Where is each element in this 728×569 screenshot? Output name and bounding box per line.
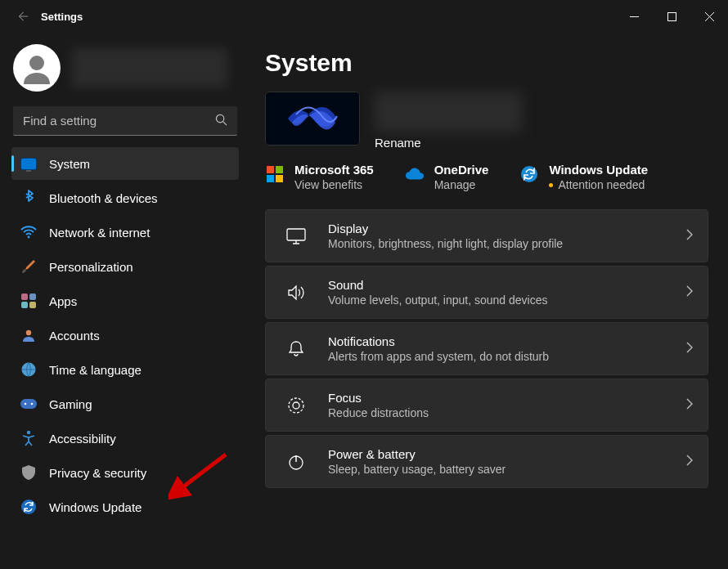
nav-list: System Bluetooth & devices Network & int… xyxy=(11,147,239,523)
search-box[interactable] xyxy=(13,106,237,136)
sidebar-item-accounts[interactable]: Accounts xyxy=(11,319,239,352)
accounts-icon xyxy=(20,326,38,344)
svg-rect-17 xyxy=(287,229,305,240)
svg-rect-6 xyxy=(20,399,37,409)
service-subtitle: View benefits xyxy=(294,178,374,191)
bluetooth-icon xyxy=(20,189,38,207)
onedrive-icon xyxy=(405,164,425,184)
service-title: OneDrive xyxy=(434,163,489,177)
sidebar-item-label: System xyxy=(49,157,90,171)
sidebar-item-label: Privacy & security xyxy=(49,466,146,480)
card-subtitle: Sleep, battery usage, battery saver xyxy=(328,463,686,476)
update-icon xyxy=(519,164,539,184)
sidebar-item-time-language[interactable]: Time & language xyxy=(11,353,239,386)
service-title: Windows Update xyxy=(549,163,648,177)
card-subtitle: Alerts from apps and system, do not dist… xyxy=(328,350,686,363)
card-title: Power & battery xyxy=(328,447,686,461)
card-title: Notifications xyxy=(328,334,686,348)
sidebar-item-bluetooth[interactable]: Bluetooth & devices xyxy=(11,181,239,214)
close-button[interactable] xyxy=(690,0,728,33)
service-title: Microsoft 365 xyxy=(294,163,374,177)
sidebar-item-label: Network & internet xyxy=(49,226,150,240)
svg-rect-0 xyxy=(667,12,676,20)
svg-point-7 xyxy=(25,403,27,405)
svg-point-9 xyxy=(27,431,30,434)
m365-icon xyxy=(265,164,285,184)
svg-point-19 xyxy=(293,402,299,409)
back-button[interactable] xyxy=(13,7,31,25)
svg-rect-12 xyxy=(267,166,274,173)
chevron-right-icon xyxy=(686,229,693,243)
device-thumbnail[interactable] xyxy=(265,92,360,146)
card-subtitle: Reduce distractions xyxy=(328,406,686,419)
service-subtitle: Manage xyxy=(434,178,489,191)
svg-point-16 xyxy=(521,166,537,182)
titlebar: Settings xyxy=(0,0,728,33)
service-windows-update[interactable]: Windows Update Attention needed xyxy=(519,163,648,191)
card-notifications[interactable]: Notifications Alerts from apps and syste… xyxy=(265,322,708,375)
svg-rect-13 xyxy=(276,166,283,173)
sidebar-item-apps[interactable]: Apps xyxy=(11,284,239,317)
gaming-icon xyxy=(20,395,38,413)
apps-icon xyxy=(20,292,38,310)
svg-rect-14 xyxy=(267,175,274,182)
sidebar-item-windows-update[interactable]: Windows Update xyxy=(11,491,239,523)
search-input[interactable] xyxy=(23,114,215,128)
focus-icon xyxy=(284,393,308,418)
chevron-right-icon xyxy=(686,342,693,356)
sidebar-item-network[interactable]: Network & internet xyxy=(11,216,239,249)
sidebar-item-label: Personalization xyxy=(49,260,133,274)
window-title: Settings xyxy=(41,11,83,23)
card-title: Focus xyxy=(328,391,686,405)
profile-name-redacted xyxy=(72,48,227,87)
sidebar-item-label: Windows Update xyxy=(49,500,142,514)
bell-icon xyxy=(284,337,308,361)
power-icon xyxy=(284,450,308,474)
device-name-redacted xyxy=(375,92,522,132)
system-icon xyxy=(20,155,38,172)
sidebar-item-accessibility[interactable]: Accessibility xyxy=(11,422,239,455)
card-display[interactable]: Display Monitors, brightness, night ligh… xyxy=(265,209,708,262)
avatar xyxy=(13,44,61,92)
svg-rect-15 xyxy=(276,175,283,182)
minimize-button[interactable] xyxy=(615,0,653,33)
svg-point-8 xyxy=(31,403,34,405)
card-power[interactable]: Power & battery Sleep, battery usage, ba… xyxy=(265,435,708,488)
card-subtitle: Volume levels, output, input, sound devi… xyxy=(328,293,686,307)
sidebar: System Bluetooth & devices Network & int… xyxy=(0,33,245,569)
maximize-button[interactable] xyxy=(653,0,690,33)
svg-point-2 xyxy=(216,114,223,122)
sidebar-item-label: Gaming xyxy=(49,397,92,411)
card-title: Sound xyxy=(328,278,686,292)
card-focus[interactable]: Focus Reduce distractions xyxy=(265,379,708,432)
card-subtitle: Monitors, brightness, night light, displ… xyxy=(328,237,686,250)
globe-icon xyxy=(20,361,38,379)
svg-point-10 xyxy=(21,500,36,514)
service-m365[interactable]: Microsoft 365 View benefits xyxy=(265,163,374,191)
attention-dot-icon xyxy=(549,183,553,187)
wifi-icon xyxy=(20,223,38,241)
brush-icon xyxy=(20,258,38,276)
accessibility-icon xyxy=(20,429,38,447)
sidebar-item-system[interactable]: System xyxy=(11,147,239,180)
sidebar-item-label: Time & language xyxy=(49,363,142,377)
chevron-right-icon xyxy=(686,398,693,412)
chevron-right-icon xyxy=(686,455,693,468)
svg-point-18 xyxy=(289,398,303,413)
sidebar-item-privacy[interactable]: Privacy & security xyxy=(11,456,239,489)
svg-point-4 xyxy=(26,330,31,335)
display-icon xyxy=(284,224,308,249)
shield-icon xyxy=(20,464,38,482)
svg-point-3 xyxy=(28,236,30,239)
sidebar-item-personalization[interactable]: Personalization xyxy=(11,250,239,283)
profile-section[interactable] xyxy=(11,41,239,101)
svg-point-1 xyxy=(29,56,44,70)
card-sound[interactable]: Sound Volume levels, output, input, soun… xyxy=(265,266,708,319)
sound-icon xyxy=(284,280,308,305)
service-onedrive[interactable]: OneDrive Manage xyxy=(405,163,489,191)
sidebar-item-label: Apps xyxy=(49,294,77,308)
sidebar-item-gaming[interactable]: Gaming xyxy=(11,388,239,420)
sidebar-item-label: Accounts xyxy=(49,329,100,343)
sidebar-item-label: Accessibility xyxy=(49,432,116,446)
rename-link[interactable]: Rename xyxy=(375,136,522,150)
